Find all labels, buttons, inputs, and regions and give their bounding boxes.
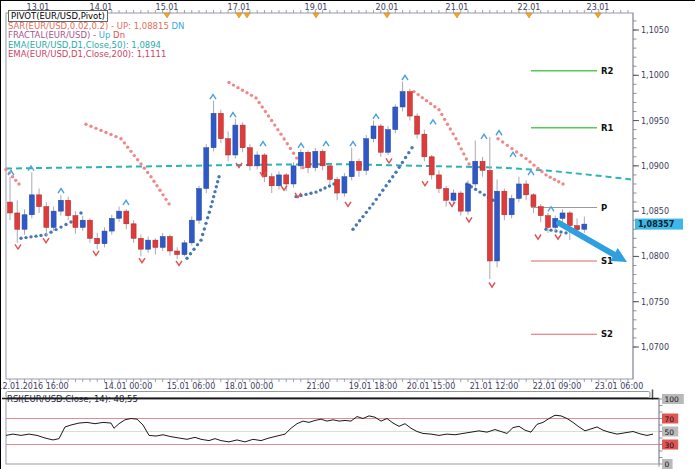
candle [582, 224, 587, 229]
svg-text:70: 70 [665, 415, 675, 424]
candle [218, 113, 223, 138]
session-marker-icon [313, 13, 319, 18]
candle [371, 126, 376, 139]
legend-sar-up-value: UP: 1,08815 [117, 21, 172, 31]
candle [320, 151, 325, 165]
candle [531, 195, 536, 207]
candle [66, 200, 71, 215]
candle [117, 211, 122, 218]
session-marker-icon [454, 13, 460, 18]
rsi-line [6, 415, 653, 442]
fractal-up-icon [298, 143, 304, 148]
svg-text:P: P [601, 203, 607, 213]
candle [167, 237, 172, 251]
candle [58, 200, 63, 211]
candle [313, 151, 318, 167]
rsi-panel[interactable] [2, 399, 659, 465]
fractal-down-icon [535, 235, 541, 240]
fractal-up-icon [373, 114, 379, 119]
candle [327, 166, 332, 180]
candle [146, 240, 151, 249]
candle [386, 130, 391, 153]
plot-border [6, 13, 633, 379]
candle [567, 213, 572, 226]
candle [247, 148, 252, 166]
candle [291, 166, 296, 184]
candle [407, 92, 412, 116]
fractal-up-icon [528, 171, 534, 176]
candle [8, 202, 13, 213]
candle [240, 125, 245, 148]
fractal-down-icon [345, 202, 351, 207]
candle [516, 184, 521, 198]
current-price-tag: 1,08357 [635, 219, 683, 230]
candle [480, 161, 485, 170]
fractal-up-icon [230, 113, 236, 118]
candle [269, 177, 274, 186]
fractal-up-icon [510, 152, 516, 157]
svg-text:19.01 18:00: 19.01 18:00 [349, 382, 398, 391]
rsi-axis[interactable]: 1007050300 [659, 394, 684, 469]
candle [473, 161, 478, 184]
indicator-legend: PIVOT(EUR/USD,Pivot) SAR(EUR/USD,0.02,0.… [8, 12, 184, 60]
legend-ema200: EMA(EUR/USD,D1,Close,200): 1,1111 [8, 50, 184, 60]
time-axis-bottom[interactable]: 12.01.2016 16:0014.01 00:0015.01 06:0018… [1, 379, 643, 391]
candle [189, 220, 194, 243]
fractal-up-icon [402, 75, 408, 80]
session-marker-icon [595, 13, 601, 18]
candle [349, 161, 354, 176]
candle [509, 198, 514, 214]
svg-text:R2: R2 [601, 66, 614, 76]
fractal-up-icon [481, 134, 487, 139]
svg-text:21.01: 21.01 [446, 3, 469, 12]
fractal-down-icon [139, 258, 145, 263]
candle [335, 179, 340, 193]
fractal-down-icon [15, 244, 21, 249]
trend-arrow[interactable] [559, 223, 627, 262]
fractal-up-icon [430, 120, 436, 125]
candle [415, 116, 420, 134]
svg-text:1,0800: 1,0800 [641, 252, 669, 261]
pivot-levels: R2R1PS1S2 [531, 66, 614, 340]
candle [124, 211, 129, 224]
candle [211, 113, 216, 147]
fractal-down-icon [555, 235, 561, 240]
fractal-down-icon [93, 251, 99, 256]
candle [342, 177, 347, 193]
svg-text:1,0900: 1,0900 [641, 162, 669, 171]
fractal-down-icon [176, 261, 182, 266]
svg-text:1,0750: 1,0750 [641, 298, 669, 307]
fractal-down-icon [422, 181, 428, 186]
svg-text:15.01 06:00: 15.01 06:00 [167, 382, 216, 391]
candle [298, 152, 303, 166]
svg-text:23.01 06:00: 23.01 06:00 [595, 382, 644, 391]
svg-text:21.01 12:00: 21.01 12:00 [470, 382, 519, 391]
fractal-down-icon [386, 158, 392, 163]
candle [29, 195, 34, 215]
candle [378, 126, 383, 152]
svg-text:18.01 00:00: 18.01 00:00 [225, 382, 274, 391]
candles-layer [8, 82, 587, 279]
candle [44, 207, 49, 228]
candle [15, 213, 20, 229]
candle [284, 175, 289, 184]
svg-text:20.01 15:00: 20.01 15:00 [407, 382, 456, 391]
candle [364, 139, 369, 171]
fractal-up-icon [58, 189, 64, 194]
candle [444, 189, 449, 201]
svg-text:1,0950: 1,0950 [641, 117, 669, 126]
svg-text:100: 100 [665, 395, 680, 404]
candle [226, 139, 231, 155]
svg-text:21:00: 21:00 [306, 382, 329, 391]
candle [545, 216, 550, 228]
candle [306, 152, 311, 167]
fractal-down-icon [449, 202, 455, 207]
candle [466, 184, 471, 211]
candle [87, 220, 92, 238]
price-axis[interactable]: 1,10501,10001,09501,09001,08501,08001,07… [633, 13, 669, 379]
fractal-up-icon [8, 171, 14, 176]
candle [37, 195, 42, 207]
candle [51, 211, 56, 227]
candle [80, 220, 85, 227]
candle [575, 226, 580, 230]
